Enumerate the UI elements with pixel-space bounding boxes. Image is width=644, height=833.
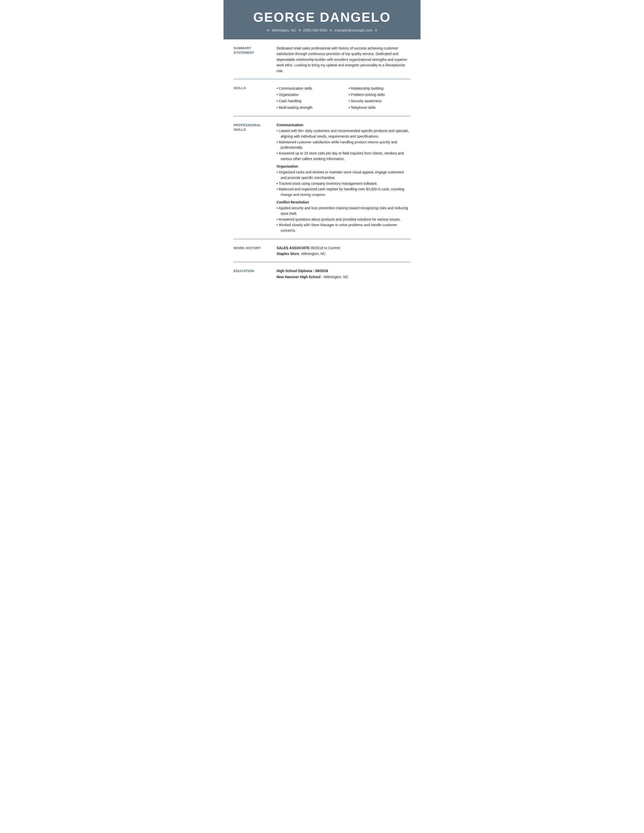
contact-info: Wilmington, NC (555) 555-5555 example@ex… [233, 28, 411, 32]
edu-school: New Hanover High School - Wilmington, NC [277, 274, 411, 280]
summary-text: Dedicated retail sales professional with… [277, 45, 411, 74]
resume-header: GEORGE DANGELO Wilmington, NC (555) 555-… [224, 0, 420, 39]
skill-item: Organization [277, 92, 338, 98]
summary-section: SUMMARY STATEMENT Dedicated retail sales… [233, 39, 411, 79]
edu-degree: High School Diploma : 06/2018 [277, 269, 411, 274]
skill-item: Multi-tasking strength [277, 105, 338, 111]
prof-subsection-title: Communication [277, 122, 411, 128]
education-label: EDUCATION [233, 269, 277, 280]
work-location: , Wilmington, NC [299, 252, 325, 256]
prof-bullet: Worked closely with Store Manager to sol… [277, 222, 411, 233]
email: example@example.com [334, 28, 372, 32]
summary-label: SUMMARY STATEMENT [233, 45, 277, 74]
summary-content: Dedicated retail sales professional with… [277, 45, 411, 74]
skill-item: Relationship building [349, 85, 411, 92]
school-location: - Wilmington, NC [322, 275, 348, 279]
skill-item: Cash handling [277, 98, 338, 104]
prof-subsection-title: Conflict Resolution [277, 199, 411, 205]
professional-skills-section: PROFESSIONAL SKILLS CommunicationLiaised… [233, 116, 411, 239]
skill-item: Telephone skills [349, 105, 411, 111]
dot-icon [267, 29, 269, 31]
education-section: EDUCATION High School Diploma : 06/2018 … [233, 262, 411, 285]
skill-item: Problem-solving skills [349, 92, 411, 98]
education-content: High School Diploma : 06/2018 New Hanove… [277, 269, 411, 280]
resume-main: SUMMARY STATEMENT Dedicated retail sales… [224, 39, 420, 285]
prof-bullet: Maintained customer satisfaction while h… [277, 140, 411, 150]
location: Wilmington, NC [272, 28, 296, 32]
school-name: New Hanover High School [277, 275, 320, 279]
prof-bullet: Balanced and organized cash register by … [277, 187, 411, 198]
skills-content: Communication skillsOrganizationCash han… [277, 85, 411, 111]
work-history-content: SALES ASSOCIATE 08/2018 to Current Stapl… [277, 245, 411, 257]
company-name: Staples Store [277, 252, 299, 256]
prof-subsection-title: Organization [277, 164, 411, 169]
work-history-label: WORK HISTORY [233, 245, 277, 257]
professional-skills-content: CommunicationLiaised with 60+ daily cust… [277, 122, 411, 234]
prof-bullet: Applied security and loss prevention tra… [277, 206, 411, 216]
phone: (555) 555-5555 [303, 28, 328, 32]
prof-bullet: Answered up to 15 store calls per day to… [277, 151, 411, 162]
work-position: SALES ASSOCIATE [277, 246, 310, 250]
professional-skills-label: PROFESSIONAL SKILLS [233, 122, 277, 234]
dot-icon [375, 29, 377, 31]
skills-section: SKILLS Communication skillsOrganizationC… [233, 79, 411, 116]
prof-bullet: Answered questions about products and pr… [277, 217, 411, 222]
work-company: Staples Store, Wilmington, NC [277, 251, 411, 257]
skills-grid: Communication skillsOrganizationCash han… [277, 85, 411, 111]
dot-icon [299, 29, 301, 31]
prof-bullet: Tracked stock using company inventory ma… [277, 181, 411, 187]
dot-icon [330, 29, 332, 31]
skill-item: Communication skills [277, 85, 338, 92]
work-dates: 08/2018 to Current [311, 246, 340, 250]
candidate-name: GEORGE DANGELO [233, 10, 411, 25]
prof-bullet: Organized racks and shelves to maintain … [277, 170, 411, 180]
skills-left-column: Communication skillsOrganizationCash han… [277, 85, 338, 111]
prof-bullet: Liaised with 60+ daily customers and rec… [277, 128, 411, 139]
skill-item: Security awareness [349, 98, 411, 104]
skills-right-column: Relationship buildingProblem-solving ski… [349, 85, 411, 111]
work-history-section: WORK HISTORY SALES ASSOCIATE 08/2018 to … [233, 239, 411, 262]
skills-label: SKILLS [233, 85, 277, 111]
work-title: SALES ASSOCIATE 08/2018 to Current [277, 245, 411, 251]
